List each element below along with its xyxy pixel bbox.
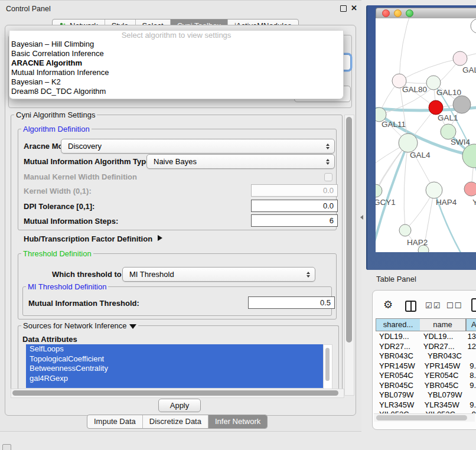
sources-title[interactable]: Sources for Network Inference (21, 321, 138, 330)
dpi-tolerance-input[interactable]: 0.0 (251, 200, 338, 212)
network-edge[interactable] (404, 143, 408, 230)
network-window-titlebar[interactable] (376, 8, 476, 19)
algorithm-option[interactable]: Mutual Information Inference (9, 68, 343, 77)
table-cell[interactable]: 13 (464, 332, 476, 342)
network-node-HAP2[interactable] (399, 224, 411, 236)
column-header-shared-name[interactable]: shared... (376, 318, 420, 331)
horizontal-scrollbar[interactable] (11, 389, 344, 398)
table-cell[interactable]: 9. (466, 381, 476, 391)
table-cell[interactable]: YBL079W (424, 390, 472, 400)
table-cell[interactable]: YLR345W (421, 400, 467, 410)
algorithm-option-selected[interactable]: ARACNE Algorithm (9, 58, 343, 68)
network-node-GAL4[interactable] (399, 133, 418, 152)
network-node-gray-node[interactable] (453, 96, 471, 113)
list-scrollbar[interactable] (323, 344, 332, 389)
zoom-window-icon[interactable] (406, 9, 413, 17)
table-cell[interactable]: 9. (466, 361, 476, 371)
apply-button[interactable]: Apply (158, 399, 201, 412)
table-row[interactable]: YER054CYER054C8. (374, 371, 476, 381)
kernel-width-input[interactable]: 0.0 (251, 184, 338, 197)
network-node-Y-partial[interactable] (464, 182, 476, 196)
split-columns-icon[interactable] (405, 301, 416, 312)
network-node-gal-partial[interactable] (453, 51, 467, 66)
table-cell[interactable]: YPR145W (421, 361, 467, 371)
table-horizontal-scrollbar[interactable] (374, 413, 475, 422)
table-cell[interactable] (472, 351, 476, 361)
table-cell[interactable]: YDL19... (420, 332, 464, 342)
splitpane-collapse-icon[interactable] (360, 215, 363, 220)
table-cell[interactable]: YBR043C (374, 351, 424, 361)
table-row[interactable]: YBR043CYBR043C (374, 351, 476, 361)
mi-threshold-label: Mutual Information Threshold: (28, 299, 139, 308)
table-cell[interactable]: YDR27... (420, 342, 464, 352)
table-cell[interactable]: YER054C (421, 371, 467, 381)
which-threshold-select[interactable]: MI Threshold (122, 267, 315, 282)
mi-type-label: Mutual Information Algorithm Type: (24, 157, 153, 166)
manual-kernel-checkbox[interactable] (324, 173, 332, 181)
algorithm-option[interactable]: Dream8 DC_TDC Algorithm (9, 87, 343, 96)
mi-steps-input[interactable]: 6 (251, 214, 338, 227)
minimize-window-icon[interactable] (394, 9, 402, 17)
column-header-partial[interactable]: A (466, 318, 476, 331)
table-cell[interactable]: YDL19... (374, 332, 420, 342)
algorithm-option[interactable]: Basic Correlation Inference (9, 49, 343, 58)
table-scrollbar-thumb[interactable] (376, 415, 467, 420)
table-cell[interactable]: YBR045C (374, 381, 421, 391)
table-cell[interactable]: YPR145W (374, 361, 421, 371)
table-cell[interactable]: 12 (464, 342, 476, 352)
table-cell[interactable]: YBR043C (424, 351, 472, 361)
deselect-columns-icon[interactable]: ☐☐ (446, 301, 462, 310)
table-cell[interactable]: 8. (466, 371, 476, 381)
algorithm-option[interactable]: Bayesian – K2 (9, 77, 343, 87)
table-row[interactable]: YDL19...YDL19...13 (374, 332, 476, 342)
table-function-icon[interactable] (471, 298, 476, 312)
close-window-icon[interactable] (382, 9, 390, 17)
gear-icon[interactable]: ⚙ (383, 298, 393, 311)
list-item[interactable]: BetweennessCentrality (26, 364, 323, 374)
list-item[interactable]: TopologicalCoefficient (26, 354, 323, 364)
vertical-scrollbar[interactable] (344, 115, 354, 396)
network-node-GAL1[interactable] (429, 100, 443, 115)
table-row[interactable]: YBL079WYBL079W (374, 390, 476, 400)
table-row[interactable]: YPR145WYPR145W9. (374, 361, 476, 371)
network-node-HAP4[interactable] (426, 182, 442, 198)
panel-title: Control Panel (6, 5, 51, 13)
tab-discretize-data[interactable]: Discretize Data (143, 415, 208, 428)
horizontal-scrollbar-thumb[interactable] (12, 390, 338, 396)
table-cell[interactable]: YBL079W (374, 390, 424, 400)
network-node-GCY1[interactable] (376, 184, 382, 197)
mi-algorithm-type-select[interactable]: Naive Bayes (146, 154, 335, 169)
algorithm-dropdown: Select algorithm to view settings Bayesi… (9, 31, 344, 99)
vertical-scrollbar-thumb[interactable] (346, 117, 352, 343)
hub-definition-label[interactable]: Hub/Transcription Factor Definition (24, 234, 152, 243)
table-row[interactable]: YBR045CYBR045C9. (374, 381, 476, 391)
table-cell[interactable]: YER054C (374, 371, 421, 381)
list-scrollbar-thumb[interactable] (325, 348, 330, 381)
table-row[interactable]: YDR27...YDR27...12 (374, 342, 476, 352)
tab-infer-network[interactable]: Infer Network (208, 415, 267, 428)
list-item[interactable]: SelfLoops (26, 344, 323, 354)
table-cell[interactable] (472, 390, 476, 400)
table-row[interactable]: YLR345WYLR345W9. (374, 400, 476, 410)
column-header-name[interactable]: name (420, 318, 466, 331)
aracne-mode-select[interactable]: Discovery (61, 139, 335, 154)
table-cell[interactable]: 9. (466, 400, 476, 410)
network-edge[interactable] (399, 18, 412, 81)
table-cell[interactable]: YBR045C (421, 381, 467, 391)
table-cell[interactable]: YDR27... (374, 342, 420, 352)
table-cell[interactable]: YLR345W (374, 400, 421, 410)
select-columns-icon[interactable]: ☑☑ (425, 301, 441, 310)
float-panel-icon[interactable] (340, 5, 347, 12)
minimized-panel-icon[interactable] (2, 444, 11, 450)
tab-impute-data[interactable]: Impute Data (87, 415, 143, 428)
mi-threshold-input[interactable]: 0.5 (248, 296, 335, 309)
close-panel-icon[interactable]: ✕ (351, 4, 357, 12)
network-node-top-node[interactable] (471, 19, 476, 33)
data-attributes-list[interactable]: SelfLoops TopologicalCoefficient Between… (26, 344, 323, 388)
algorithm-option[interactable]: Bayesian – Hill Climbing (9, 40, 343, 49)
node-label: GAL (462, 66, 476, 74)
list-item[interactable]: gal4RGexp (26, 374, 323, 384)
network-canvas[interactable]: GALGAL80GAL10GAL1GAL11SWI4GAL4GCY1HAP4YH… (376, 18, 476, 252)
dropdown-hint: Select algorithm to view settings (9, 31, 343, 40)
expand-arrow-icon[interactable] (158, 235, 162, 241)
